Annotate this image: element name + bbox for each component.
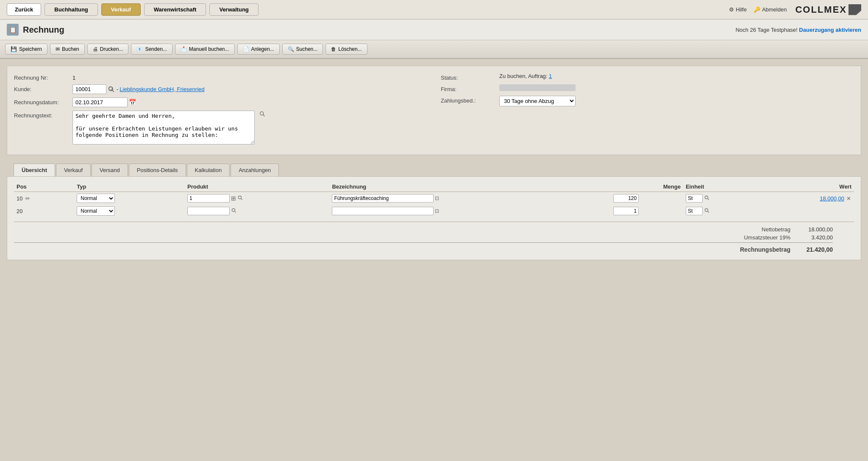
rechnungsdatum-input[interactable] [72,97,128,107]
menge-input-2[interactable] [613,207,639,215]
status-link[interactable]: 1 [549,73,552,79]
bezeichnung-expand-icon-1[interactable]: ⊡ [435,195,439,201]
senden-icon: 📧 [136,46,143,52]
trial-link[interactable]: Dauerzugang aktivieren [799,27,861,33]
rechnung-nr-value: 1 [72,73,75,81]
pos-edit-1[interactable]: ✏ [24,195,31,202]
bezeichnung-input-2[interactable] [332,207,434,215]
form-section: Rechnung Nr: 1 Kunde: - Lieblingskunde G… [7,66,861,155]
content-area: Rechnung Nr: 1 Kunde: - Lieblingskunde G… [0,59,868,267]
menge-input-1[interactable] [613,194,639,203]
produkt-search-icon-2[interactable] [231,208,237,215]
enlarge-icon[interactable] [259,111,267,118]
speichern-button[interactable]: 💾 Speichern [5,44,47,55]
bezeichnung-expand-icon-2[interactable]: ⊡ [435,208,439,214]
calendar-icon[interactable]: 📅 [129,99,137,106]
tab-kalkulation[interactable]: Kalkulation [187,164,230,176]
einheit-input-2[interactable] [686,207,703,215]
manuell-buchen-label: Manuell buchen... [189,46,229,52]
tab-anzahlungen[interactable]: Anzahlungen [231,164,279,176]
tab-positions-details-label: Positions-Details [137,167,178,173]
drucken-button[interactable]: 🖨 Drucken... [87,44,129,55]
nav-tab-warenwirtschaft[interactable]: Warenwirtschaft [144,3,206,16]
loeschen-label: Löschen... [338,46,362,52]
nav-tab-verkauf[interactable]: Verkauf [101,3,141,16]
help-label: Hilfe [736,6,747,13]
produkt-search-icon-1[interactable] [237,195,243,202]
tab-anzahlungen-label: Anzahlungen [239,167,271,173]
status-text: Zu buchen, Auftrag: [499,73,547,79]
drucken-icon: 🖨 [93,46,98,52]
einheit-input-1[interactable] [686,194,703,203]
kunde-separator: - [117,86,118,92]
typ-select-1[interactable]: Normal Kommentar Zwischensumme [77,194,115,203]
menge-cell-2 [611,205,683,217]
bezeichnung-input-1[interactable] [332,194,434,203]
svg-line-1 [111,89,113,91]
status-value: Zu buchen, Auftrag: 1 [499,73,552,79]
trial-text: Noch 26 Tage Testphase! [735,27,797,33]
rechnungstext-group: Sehr geehrte Damen und Herren, für unser… [72,111,267,144]
produkt-input-2[interactable] [187,207,230,215]
svg-line-3 [263,114,264,116]
firma-label: Firma: [441,84,496,92]
nav-tab-verwaltung[interactable]: Verwaltung [209,3,258,16]
wert-value-1[interactable]: 18.000,00 [820,195,844,202]
tab-verkauf-label: Verkauf [64,167,83,173]
tab-uebersicht-label: Übersicht [22,167,47,173]
suchen-button[interactable]: 🔍 Suchen... [282,44,323,55]
nav-tab-buchhaltung[interactable]: Buchhaltung [45,3,97,16]
wert-delete-icon-1[interactable]: ✕ [846,195,851,202]
senden-label: Senden... [145,46,167,52]
suchen-label: Suchen... [296,46,318,52]
rechnung-nr-label: Rechnung Nr: [14,73,69,81]
produkt-table-icon-1[interactable]: ⊞ [231,195,236,202]
svg-line-9 [234,211,236,213]
produkt-input-1[interactable] [187,194,230,203]
bezeichnung-group-1: ⊡ [332,194,608,203]
nav-right: ⚙ Hilfe 🔑 Abmelden COLLMEX [729,4,861,15]
logout-link[interactable]: 🔑 Abmelden [754,6,787,13]
status-label: Status: [441,73,496,81]
help-link[interactable]: ⚙ Hilfe [729,6,747,13]
pos-cell-1: 10 ✏ [14,192,74,205]
loeschen-button[interactable]: 🗑 Löschen... [326,44,367,55]
svg-line-5 [241,198,242,200]
menge-cell-1 [611,192,683,205]
einheit-group-1 [686,194,751,203]
table-row: 10 ✏ Normal Kommentar Zwischensumme [14,192,854,205]
kunde-id-input[interactable] [72,84,106,94]
anlegen-button[interactable]: 📄 Anlegen... [237,44,280,55]
manuell-buchen-button[interactable]: 📩 Manuell buchen... [175,44,235,55]
anlegen-icon: 📄 [243,46,249,52]
buchen-button[interactable]: ✉ Buchen [50,44,85,55]
typ-select-2[interactable]: Normal Kommentar Zwischensumme [77,206,115,216]
suchen-icon: 🔍 [288,46,294,52]
form-grid: Rechnung Nr: 1 Kunde: - Lieblingskunde G… [14,73,854,148]
umsatzsteuer-value: 3.420,00 [799,234,833,241]
tab-uebersicht[interactable]: Übersicht [14,164,55,176]
rechnungstext-input[interactable]: Sehr geehrte Damen und Herren, für unser… [72,111,255,144]
kunde-label: Kunde: [14,84,69,92]
einheit-search-icon-1[interactable] [704,195,710,202]
speichern-label: Speichern [19,46,42,52]
firma-value-blurred [499,84,576,91]
back-button[interactable]: Zurück [7,3,41,16]
tab-verkauf[interactable]: Verkauf [56,164,91,176]
manuell-buchen-icon: 📩 [181,46,187,52]
kunde-search-icon[interactable] [108,86,115,93]
bezeichnung-cell-1: ⊡ [329,192,611,205]
positions-table: Pos Typ Produkt Bezeichnung Menge Einhei… [14,182,854,217]
rechnung-nr-row: Rechnung Nr: 1 [14,73,427,81]
zahlungsbed-select[interactable]: 30 Tage ohne Abzug 14 Tage 2% Skonto Sof… [499,96,576,106]
table-header-row: Pos Typ Produkt Bezeichnung Menge Einhei… [14,182,854,192]
kunde-name-link[interactable]: Lieblingskunde GmbH, Friesenried [120,86,204,92]
kunde-field-group: - Lieblingskunde GmbH, Friesenried [72,84,205,94]
svg-line-7 [707,198,709,200]
form-right: Status: Zu buchen, Auftrag: 1 Firma: Zah… [441,73,854,148]
einheit-search-icon-2[interactable] [704,208,710,215]
senden-button[interactable]: 📧 Senden... [131,44,172,55]
tab-positions-details[interactable]: Positions-Details [129,164,186,176]
tab-versand[interactable]: Versand [92,164,128,176]
rechnungsdatum-label: Rechnungsdatum: [14,97,69,106]
